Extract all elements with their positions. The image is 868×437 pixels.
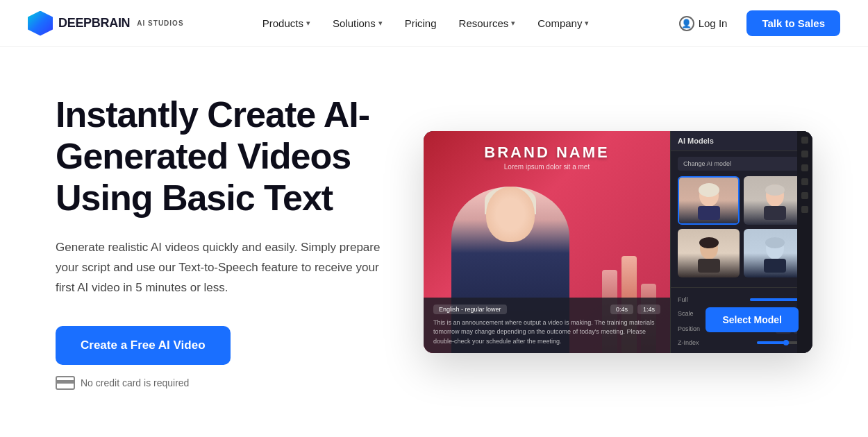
script-bar: English - regular lower 0:4s 1:4s This i… [424,298,670,354]
brand-overlay: BRAND NAME Lorem ipsum dolor sit a met [424,144,670,171]
panel-model-section: Change AI model › [671,151,812,283]
svg-point-10 [765,237,785,248]
avatar-card-4[interactable] [744,229,806,277]
navbar: DEEPBRAIN AI STUDIOS Products ▾ Solution… [0,0,868,47]
nav-company[interactable]: Company ▾ [528,12,599,35]
control-slider-thumb-zindex [783,340,789,345]
hero-section: Instantly Create AI-Generated Videos Usi… [0,47,868,437]
control-label-full: Full [678,296,688,303]
presenter-head [486,187,535,242]
nav-links: Products ▾ Solutions ▾ Pricing Resources… [253,12,599,35]
avatar-grid [678,176,806,277]
svg-rect-8 [698,259,720,273]
panel-icon-6[interactable] [801,206,808,213]
avatar-face-4 [744,229,806,277]
nav-pricing[interactable]: Pricing [395,12,446,35]
credit-card-icon [56,376,75,390]
control-label-zindex: Z-Index [678,339,699,346]
panel-icon-3[interactable] [801,164,808,171]
nav-right: 👤 Log In Talk to Sales [668,10,840,37]
svg-point-7 [699,237,719,248]
panel-icon-4[interactable] [801,178,808,185]
avatar-face-1 [679,178,738,223]
svg-rect-5 [764,206,786,220]
control-row-zindex: Z-Index [678,339,806,346]
chevron-down-icon: ▾ [306,19,310,28]
logo-sub: AI STUDIOS [137,19,183,27]
chevron-down-icon: ▾ [585,19,589,28]
svg-point-1 [699,183,719,197]
avatar-card-3[interactable] [678,229,740,277]
brand-sub-text: Lorem ipsum dolor sit a met [424,163,670,171]
language-badge: English - regular lower [433,305,507,314]
time-badge-2: 1:4s [637,305,660,314]
hero-left: Instantly Create AI-Generated Videos Usi… [56,94,424,390]
svg-rect-11 [764,259,786,273]
cta-button[interactable]: Create a Free AI Video [56,326,231,365]
control-label-position: Position [678,325,700,332]
time-badge-1: 0:4s [610,305,633,314]
no-credit-card-notice: No credit card is required [56,376,424,390]
avatar-face-3 [678,229,740,277]
control-slider-fill-zindex [757,341,786,344]
logo[interactable]: DEEPBRAIN AI STUDIOS [28,11,184,36]
panel-divider [671,287,812,288]
change-ai-model-button[interactable]: Change AI model › [678,157,806,171]
talk-to-sales-button[interactable]: Talk to Sales [746,10,840,36]
hero-title: Instantly Create AI-Generated Videos Usi… [56,94,424,218]
nav-solutions[interactable]: Solutions ▾ [323,12,392,35]
select-model-button[interactable]: Select Model [706,307,799,332]
nav-resources[interactable]: Resources ▾ [449,12,526,35]
hero-description: Generate realistic AI videos quickly and… [56,238,389,298]
svg-rect-2 [698,206,720,220]
script-text: This is an announcement where output a v… [433,318,660,347]
chevron-down-icon: ▾ [511,19,515,28]
product-mockup: BRAND NAME Lorem ipsum dolor sit a met [424,131,812,353]
avatar-face-2 [744,176,806,225]
panel-icon-1[interactable] [801,137,808,144]
logo-icon [28,11,53,36]
panel-icon-5[interactable] [801,192,808,199]
svg-point-4 [765,185,785,196]
brand-name-text: BRAND NAME [424,144,670,162]
panel-icon-2[interactable] [801,151,808,157]
panel-side-icons [797,131,812,353]
hero-right: BRAND NAME Lorem ipsum dolor sit a met [424,131,812,353]
logo-text: DEEPBRAIN [58,16,130,31]
login-button[interactable]: 👤 Log In [668,10,739,37]
chevron-down-icon: ▾ [378,19,383,28]
bottom-bar-row1: English - regular lower 0:4s 1:4s [433,305,660,314]
control-row-full: Full [678,296,806,303]
avatar-card-1[interactable] [678,176,740,225]
mockup-video-area: BRAND NAME Lorem ipsum dolor sit a met [424,131,670,353]
control-label-scale: Scale [678,310,694,317]
avatar-card-2[interactable] [744,176,806,225]
user-icon: 👤 [679,16,694,31]
nav-products[interactable]: Products ▾ [253,12,320,35]
panel-title: AI Models [671,131,812,151]
